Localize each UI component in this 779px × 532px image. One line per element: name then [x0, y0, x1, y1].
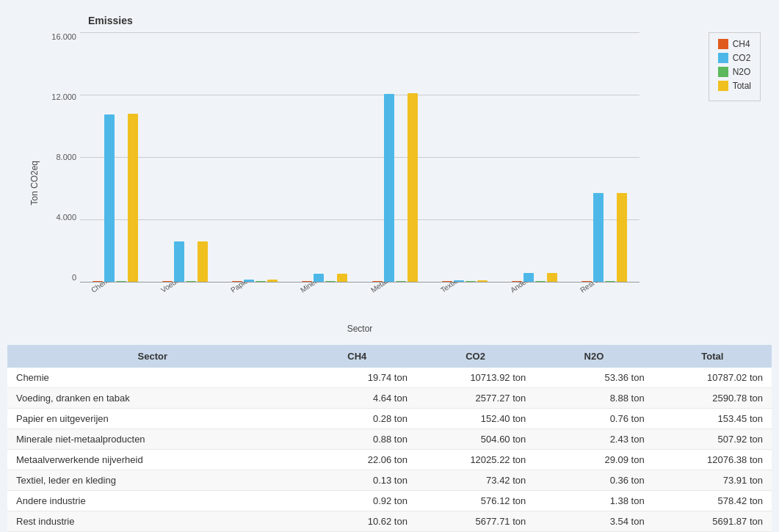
value-cell: 504.60 ton: [416, 429, 535, 450]
value-cell: 19.74 ton: [298, 368, 416, 388]
value-cell: 73.91 ton: [653, 470, 772, 491]
table-row: Chemie19.74 ton10713.92 ton53.36 ton1078…: [7, 368, 772, 388]
bar-n2o: [605, 281, 615, 282]
bar-co2: [314, 274, 324, 282]
value-cell: 2577.27 ton: [416, 388, 535, 409]
chart-title: Emissies: [88, 15, 764, 26]
x-label: Papier en ...: [229, 282, 276, 294]
legend-label-total: Total: [733, 81, 751, 91]
value-cell: 0.13 ton: [298, 470, 416, 491]
col-header-n2o: N2O: [535, 345, 653, 368]
table-row: Andere industrie0.92 ton576.12 ton1.38 t…: [7, 491, 772, 511]
y-label-16000: 16.000: [51, 32, 76, 41]
legend-color-co2: [718, 53, 728, 63]
sector-bar-group: [302, 274, 347, 282]
value-cell: 0.92 ton: [298, 491, 416, 511]
y-label-0: 0: [72, 273, 76, 282]
table-row: Minerale niet-metaalproducten0.88 ton504…: [7, 429, 772, 450]
value-cell: 5677.71 ton: [416, 511, 535, 532]
table-row: Metaalverwerkende nijverheid22.06 ton120…: [7, 450, 772, 470]
sector-name-cell: Voeding, dranken en tabak: [7, 388, 298, 409]
col-header-total: Total: [653, 345, 772, 368]
legend-color-ch4: [718, 39, 728, 49]
value-cell: 10.62 ton: [298, 511, 416, 532]
x-label: Textiel, le...: [439, 282, 486, 294]
table-row: Textiel, leder en kleding0.13 ton73.42 t…: [7, 470, 772, 491]
chart-area: Emissies Ton CO2eq 16.000: [7, 7, 772, 341]
col-header-co2: CO2: [416, 345, 535, 368]
value-cell: 22.06 ton: [298, 450, 416, 470]
sector-bar-group: [162, 241, 208, 282]
legend-color-n2o: [718, 67, 728, 77]
value-cell: 12076.38 ton: [653, 450, 772, 470]
legend-co2: CO2: [718, 53, 751, 63]
col-header-sector: Sector: [7, 345, 298, 368]
value-cell: 507.92 ton: [653, 429, 772, 450]
x-labels-container: ChemieVoeding, d...Papier en ...Minerale…: [80, 282, 639, 322]
bar-total: [198, 241, 208, 282]
value-cell: 1.38 ton: [535, 491, 653, 511]
table-row: Rest industrie10.62 ton5677.71 ton3.54 t…: [7, 511, 772, 532]
value-cell: 578.42 ton: [653, 491, 772, 511]
sector-bar-group: [581, 193, 627, 282]
sector-name-cell: Papier en uitgeverijen: [7, 409, 298, 429]
bars-container: [80, 32, 639, 282]
value-cell: 2590.78 ton: [653, 388, 772, 409]
bar-total: [617, 193, 627, 282]
value-cell: 0.88 ton: [298, 429, 416, 450]
col-header-ch4: CH4: [298, 345, 416, 368]
bar-total: [337, 274, 347, 282]
legend-label-ch4: CH4: [733, 39, 750, 49]
sector-bar-group: [512, 273, 557, 282]
main-container: Emissies Ton CO2eq 16.000: [0, 0, 779, 532]
bar-n2o: [396, 281, 406, 282]
x-label: Minerale n...: [299, 282, 346, 294]
bar-co2: [593, 193, 604, 282]
sector-name-cell: Rest industrie: [7, 511, 298, 532]
sector-bar-group: [372, 93, 418, 282]
sector-bar-group: [93, 114, 138, 282]
bar-n2o: [465, 281, 476, 282]
bar-n2o: [256, 281, 266, 282]
value-cell: 73.42 ton: [416, 470, 535, 491]
legend-n2o: N2O: [718, 67, 751, 77]
value-cell: 5691.87 ton: [653, 511, 772, 532]
bar-n2o: [186, 281, 196, 282]
sector-name-cell: Chemie: [7, 368, 298, 388]
chart-inner: 16.000 12.000 8.000 4.000 0 ChemieVoedin…: [43, 32, 764, 334]
y-label-12000: 12.000: [51, 92, 76, 101]
value-cell: 53.36 ton: [535, 368, 653, 388]
value-cell: 3.54 ton: [535, 511, 653, 532]
sector-name-cell: Metaalverwerkende nijverheid: [7, 450, 298, 470]
chart-wrapper: Ton CO2eq 16.000 12.000: [29, 32, 764, 334]
y-label-8000: 8.000: [56, 153, 76, 161]
value-cell: 10713.92 ton: [416, 368, 535, 388]
value-cell: 0.36 ton: [535, 470, 653, 491]
legend-color-total: [718, 81, 728, 91]
bar-n2o: [535, 281, 546, 282]
legend-label-co2: CO2: [733, 53, 751, 63]
bar-total: [407, 93, 418, 282]
value-cell: 29.09 ton: [535, 450, 653, 470]
table-area: Sector CH4 CO2 N2O Total Chemie19.74 ton…: [7, 345, 772, 532]
x-label: Rest indus...: [579, 282, 626, 294]
data-table: Sector CH4 CO2 N2O Total Chemie19.74 ton…: [7, 345, 772, 532]
value-cell: 0.76 ton: [535, 409, 653, 429]
table-header-row: Sector CH4 CO2 N2O Total: [7, 345, 772, 368]
table-body: Chemie19.74 ton10713.92 ton53.36 ton1078…: [7, 368, 772, 532]
value-cell: 576.12 ton: [416, 491, 535, 511]
x-axis-title: Sector: [80, 324, 639, 334]
value-cell: 2.43 ton: [535, 429, 653, 450]
legend-total: Total: [718, 81, 751, 91]
bar-total: [477, 280, 488, 282]
value-cell: 152.40 ton: [416, 409, 535, 429]
x-label: Andere in...: [509, 282, 556, 294]
y-label-4000: 4.000: [56, 213, 76, 222]
table-row: Voeding, dranken en tabak4.64 ton2577.27…: [7, 388, 772, 409]
table-row: Papier en uitgeverijen0.28 ton152.40 ton…: [7, 409, 772, 429]
sector-name-cell: Andere industrie: [7, 491, 298, 511]
x-label: Metaalver...: [369, 282, 416, 294]
legend-label-n2o: N2O: [733, 67, 751, 77]
bar-n2o: [116, 281, 126, 282]
legend: CH4 CO2 N2O Total: [709, 32, 761, 101]
